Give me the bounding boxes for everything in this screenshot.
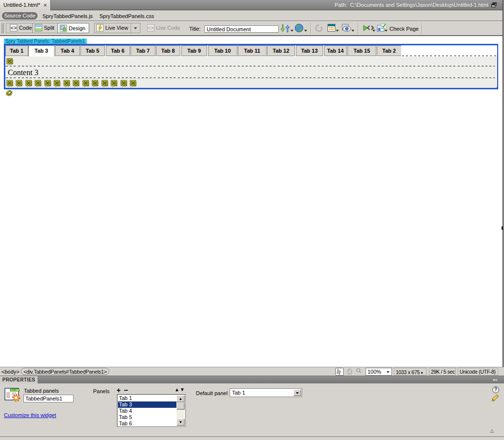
svg-text:<>: <> xyxy=(11,25,17,31)
svg-text:<>: <> xyxy=(148,25,154,31)
